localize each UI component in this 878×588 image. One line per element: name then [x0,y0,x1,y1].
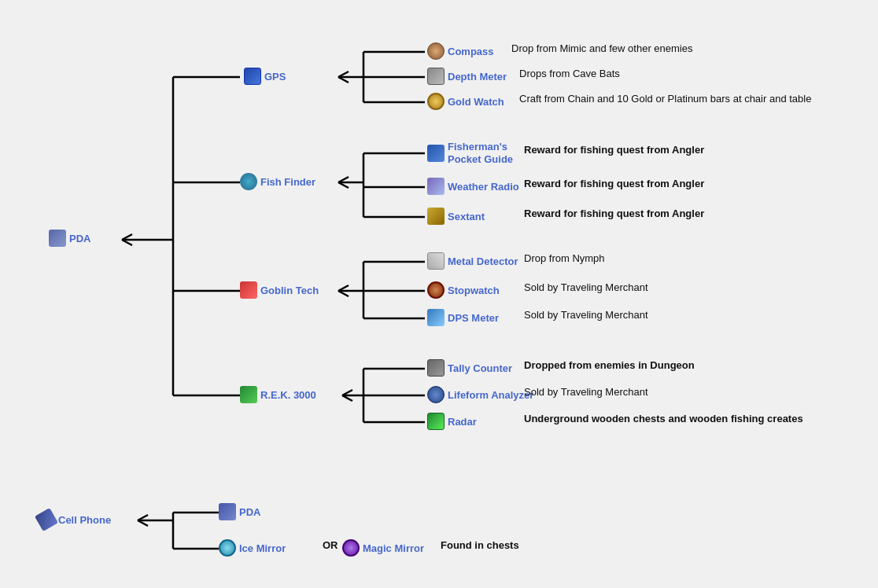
svg-line-10 [338,77,349,83]
fishermans-icon [427,145,445,162]
fishfinder-item: Fish Finder [240,173,315,190]
cellphone-icon [35,508,58,531]
radar-desc: Underground wooden chests and wooden fis… [524,413,803,424]
pda-icon [49,230,66,247]
icemirror-item: Ice Mirror [219,539,286,557]
rek3000-item: R.E.K. 3000 [240,386,316,403]
goblintech-icon [240,281,257,299]
svg-line-16 [338,177,349,182]
tallycounter-description: Dropped from enemies in Dungeon [524,359,695,371]
stopwatch-label: Stopwatch [448,285,500,296]
tallycounter-desc: Dropped from enemies in Dungeon [524,359,695,371]
sextant-desc: Reward for fishing quest from Angler [524,208,704,219]
cellphone-item: Cell Phone [38,511,111,528]
or-label: OR [323,539,338,551]
depthmeter-description: Drops from Cave Bats [519,68,620,79]
radar-icon [427,413,445,430]
fishermans-label: Fisherman'sPocket Guide [448,141,513,165]
lifeformanalyzer-label: Lifeform Analyzer [448,389,533,401]
compass-label: Compass [448,46,494,57]
goldwatch-label: Gold Watch [448,96,504,108]
goblintech-label: Goblin Tech [260,285,319,296]
pda2-label: PDA [239,506,260,518]
tallycounter-item: Tally Counter [427,359,512,377]
gps-label: GPS [264,71,286,83]
compass-icon [427,42,445,60]
svg-line-30 [342,390,352,395]
metaldetector-item: Metal Detector [427,252,518,270]
magicmirror-item: Magic Mirror [342,539,424,557]
weatherradio-description: Reward for fishing quest from Angler [524,178,704,189]
metaldetector-label: Metal Detector [448,255,518,267]
sextant-item: Sextant [427,208,485,225]
svg-line-17 [338,182,349,188]
found-text: Found in chests [441,539,519,551]
radar-item: Radar [427,413,477,430]
goldwatch-desc: Craft from Chain and 10 Gold or Platinum… [519,93,811,105]
sextant-label: Sextant [448,211,485,222]
goblintech-item: Goblin Tech [240,281,319,299]
sextant-description: Reward for fishing quest from Angler [524,208,704,219]
radar-description: Underground wooden chests and wooden fis… [524,413,803,424]
tallycounter-icon [427,359,445,377]
dpsmeter-item: DPS Meter [427,309,499,326]
depthmeter-icon [427,68,445,85]
diagram: PDA GPS Fish Finder Goblin Tech R.E.K. 3… [0,0,878,588]
gps-item: GPS [244,68,286,85]
depthmeter-item: Depth Meter [427,68,507,85]
icemirror-icon [219,539,236,557]
svg-line-7 [122,240,132,245]
svg-line-23 [338,285,349,291]
stopwatch-description: Sold by Traveling Merchant [524,281,648,293]
rek3000-icon [240,386,257,403]
depthmeter-desc: Drops from Cave Bats [519,68,620,79]
cellphone-label: Cell Phone [58,514,111,526]
compass-desc: Drop from Mimic and few other enemies [511,42,692,54]
dpsmeter-icon [427,309,445,326]
svg-line-38 [138,520,148,526]
tallycounter-label: Tally Counter [448,362,512,374]
svg-line-31 [342,395,352,401]
fishermans-item: Fisherman'sPocket Guide [427,141,513,165]
fishfinder-label: Fish Finder [260,176,315,188]
svg-line-24 [338,291,349,296]
dpsmeter-desc: Sold by Traveling Merchant [524,309,648,321]
rek3000-label: R.E.K. 3000 [260,389,316,401]
metaldetector-description: Drop from Nymph [524,252,605,264]
dpsmeter-label: DPS Meter [448,312,499,324]
pda-label: PDA [69,233,90,244]
svg-line-6 [122,234,132,240]
svg-line-9 [338,72,349,77]
magicmirror-icon [342,539,360,557]
fishermans-description: Reward for fishing quest from Angler [524,144,704,156]
goldwatch-description: Craft from Chain and 10 Gold or Platinum… [519,93,811,105]
pda-item: PDA [49,230,90,247]
lifeformanalyzer-desc: Sold by Traveling Merchant [524,386,648,398]
metaldetector-icon [427,252,445,270]
goldwatch-icon [427,93,445,110]
compass-description: Drop from Mimic and few other enemies [511,42,692,54]
stopwatch-item: Stopwatch [427,281,500,299]
or-text: OR [323,539,338,551]
svg-line-37 [138,515,148,520]
lifeformanalyzer-item: Lifeform Analyzer [427,386,533,403]
lifeformanalyzer-description: Sold by Traveling Merchant [524,386,648,398]
stopwatch-desc: Sold by Traveling Merchant [524,281,648,293]
pda2-item: PDA [219,503,260,520]
icemirror-label: Ice Mirror [239,542,286,554]
found-desc: Found in chests [441,539,519,551]
lifeformanalyzer-icon [427,386,445,403]
metaldetector-desc: Drop from Nymph [524,252,605,264]
depthmeter-label: Depth Meter [448,71,507,83]
gps-icon [244,68,261,85]
dpsmeter-description: Sold by Traveling Merchant [524,309,648,321]
sextant-icon [427,208,445,225]
compass-item: Compass [427,42,494,60]
weatherradio-icon [427,178,445,195]
stopwatch-icon [427,281,445,299]
radar-label: Radar [448,416,477,428]
weatherradio-item: Weather Radio [427,178,519,195]
goldwatch-item: Gold Watch [427,93,504,110]
fishfinder-icon [240,173,257,190]
weatherradio-label: Weather Radio [448,181,519,193]
